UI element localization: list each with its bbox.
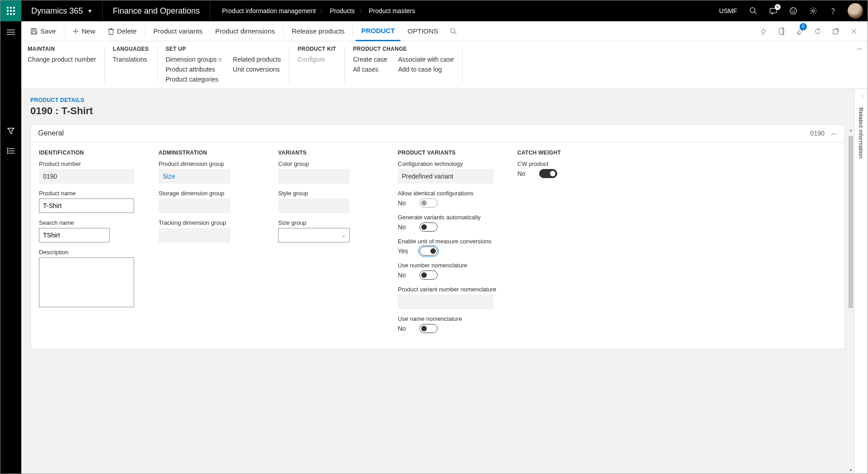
release-products-button[interactable]: Release products: [286, 21, 350, 41]
section-title: IDENTIFICATION: [39, 150, 157, 156]
page-title: 0190 : T-Shirt: [30, 105, 845, 117]
action-search-button[interactable]: [445, 21, 462, 41]
breadcrumb-item[interactable]: Product masters: [369, 7, 415, 15]
product-variants-section: PRODUCT VARIANTS Configuration technolog…: [398, 150, 516, 339]
product-name-input[interactable]: [39, 198, 134, 213]
attachments-badge: 0: [800, 23, 807, 30]
toggle-value: No: [398, 223, 411, 231]
toggle-value: No: [398, 271, 411, 279]
use-num-nom-toggle[interactable]: [420, 271, 438, 280]
nav-expand-button[interactable]: [6, 28, 15, 37]
config-tech-field: Predefined variant: [398, 169, 494, 184]
search-button[interactable]: [743, 0, 763, 21]
ribbon-group-languages: LANGUAGES Translations: [113, 46, 157, 83]
new-button[interactable]: New: [67, 21, 101, 41]
search-name-input[interactable]: [39, 228, 110, 242]
use-num-nom-label: Use number nomenclature: [398, 262, 516, 269]
use-name-nom-label: Use name nomenclature: [398, 315, 516, 322]
product-dimensions-button[interactable]: Product dimensions: [210, 21, 280, 41]
smiley-icon: [789, 7, 797, 15]
add-case-log-link[interactable]: Add to case log: [398, 66, 454, 73]
pvnn-field: [398, 295, 494, 309]
variants-section: VARIANTS Color group Style group: [278, 150, 396, 339]
content-area: PRODUCT DETAILS 0190 : T-Shirt General 0…: [21, 89, 854, 474]
svg-rect-7: [10, 13, 12, 15]
chevron-down-icon: ⌄: [342, 232, 346, 238]
catch-weight-section: CATCH WEIGHT CW product No: [517, 150, 608, 339]
close-icon: [851, 28, 857, 34]
associate-case-link[interactable]: Associate with case: [398, 56, 454, 63]
app-launcher-button[interactable]: [0, 0, 21, 21]
svg-point-24: [7, 150, 8, 151]
product-categories-link[interactable]: Product categories: [165, 76, 222, 83]
toggle-value: No: [517, 170, 531, 177]
group-title: SET UP: [165, 46, 281, 52]
separator: [283, 26, 284, 37]
settings-button[interactable]: [803, 0, 823, 21]
attachments-button[interactable]: 0: [791, 21, 808, 41]
tdg-field: [159, 228, 230, 242]
help-button[interactable]: [823, 0, 843, 21]
pin-button[interactable]: [755, 21, 772, 41]
pvnn-label: Product variant number nomenclature: [398, 286, 516, 293]
size-group-select[interactable]: ⌄: [278, 228, 350, 242]
office-icon: [778, 27, 785, 35]
svg-rect-1: [10, 7, 12, 9]
gear-icon: [809, 7, 817, 15]
ribbon-collapse-button[interactable]: ︿: [857, 44, 863, 52]
product-attributes-link[interactable]: Product attributes: [165, 66, 222, 73]
breadcrumb-item[interactable]: Product information management: [222, 7, 316, 15]
dimension-groups-dropdown[interactable]: Dimension groups ▽: [165, 56, 222, 63]
create-case-link[interactable]: Create case: [353, 56, 387, 63]
related-products-link[interactable]: Related products: [233, 56, 281, 63]
fasttab-header[interactable]: General 0190 ︿: [31, 125, 844, 142]
translations-link[interactable]: Translations: [113, 56, 147, 63]
product-variants-button[interactable]: Product variants: [148, 21, 208, 41]
list-icon: [7, 148, 14, 154]
office-button[interactable]: [773, 21, 790, 41]
trash-icon: [108, 28, 114, 35]
use-name-nom-toggle[interactable]: [420, 324, 438, 333]
toggle-value: No: [398, 199, 411, 207]
scrollbar[interactable]: ▲ ▼: [848, 127, 854, 474]
related-info-pane[interactable]: 〈 Related information: [854, 89, 868, 474]
uom-conv-toggle[interactable]: [420, 247, 438, 256]
section-title: VARIANTS: [278, 150, 396, 156]
pdg-field[interactable]: Size: [159, 169, 230, 184]
chevron-up-icon: ︿: [831, 129, 837, 137]
ab-label: Product variants: [154, 27, 203, 35]
breadcrumb: Product information management 〉 Product…: [210, 7, 415, 15]
breadcrumb-item[interactable]: Products: [330, 7, 355, 15]
description-input[interactable]: [39, 257, 134, 307]
group-title: LANGUAGES: [113, 46, 149, 52]
svg-point-23: [7, 148, 8, 149]
close-button[interactable]: [846, 21, 862, 41]
save-button[interactable]: Save: [25, 21, 61, 41]
svg-point-15: [812, 10, 814, 12]
delete-button[interactable]: Delete: [102, 21, 142, 41]
refresh-button[interactable]: [810, 21, 826, 41]
style-group-label: Style group: [278, 190, 396, 197]
all-cases-link[interactable]: All cases: [353, 66, 387, 73]
company-picker[interactable]: USMF: [713, 7, 743, 15]
popout-button[interactable]: [828, 21, 844, 41]
group-title: PRODUCT KIT: [298, 46, 336, 52]
fasttab-summary: 0190: [810, 130, 825, 137]
app-name-dropdown[interactable]: Dynamics 365 ▼: [21, 0, 102, 21]
filter-button[interactable]: [6, 126, 15, 135]
scroll-thumb[interactable]: [849, 136, 853, 308]
filter-icon: [7, 127, 14, 135]
search-icon: [749, 7, 757, 15]
cw-toggle[interactable]: [539, 169, 557, 178]
unit-conversions-link[interactable]: Unit conversions: [233, 66, 281, 73]
feedback-button[interactable]: [783, 0, 803, 21]
messages-button[interactable]: 6: [763, 0, 783, 21]
tab-product[interactable]: PRODUCT: [356, 21, 400, 41]
list-button[interactable]: [6, 146, 15, 155]
user-avatar[interactable]: [848, 3, 863, 19]
new-label: New: [82, 27, 95, 35]
gen-auto-toggle[interactable]: [420, 222, 438, 232]
svg-point-25: [7, 153, 8, 154]
tab-options[interactable]: OPTIONS: [402, 21, 444, 41]
change-product-number-link[interactable]: Change product number: [28, 56, 96, 63]
